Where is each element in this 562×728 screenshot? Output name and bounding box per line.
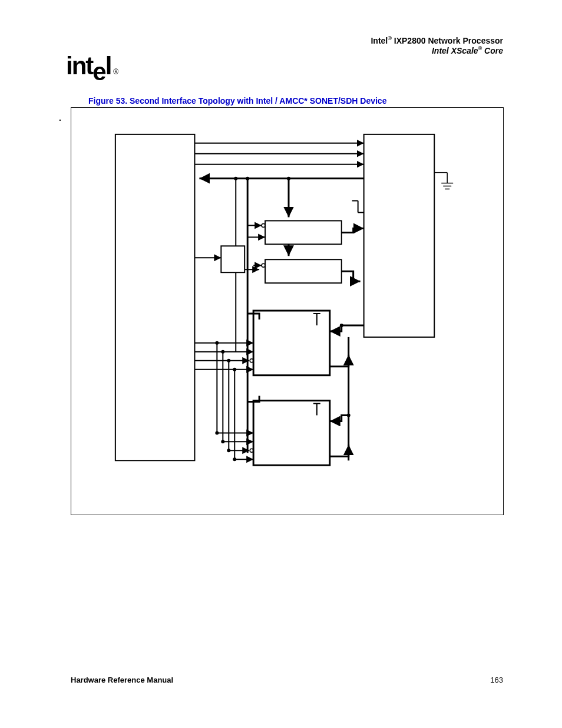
- svg-point-13: [246, 177, 249, 180]
- header-line-2: Intel XScale® Core: [371, 45, 503, 55]
- diagram-frame: [71, 107, 504, 515]
- svg-point-51: [215, 431, 219, 434]
- page-number: 163: [490, 676, 503, 684]
- left-device-block: [115, 134, 195, 460]
- topology-diagram: [71, 108, 503, 515]
- svg-point-41: [347, 413, 351, 417]
- small-buffer-block: [221, 246, 244, 272]
- ground-icon: [434, 173, 453, 189]
- svg-point-53: [227, 449, 230, 452]
- upper-mux-block: [265, 220, 342, 244]
- header-core: Core: [482, 45, 503, 55]
- registered-mark: ®: [388, 35, 392, 41]
- right-device-block: [364, 134, 435, 337]
- svg-point-52: [221, 440, 224, 443]
- footer-title: Hardware Reference Manual: [71, 676, 173, 684]
- bullet: .: [59, 113, 61, 123]
- svg-point-28: [340, 324, 343, 327]
- figure-caption: Figure 53. Second Interface Topology wit…: [88, 96, 386, 106]
- header-product: IXP2800 Network Processor: [392, 36, 503, 45]
- svg-point-22: [287, 177, 290, 180]
- lower-mux-block: [265, 259, 342, 283]
- header-line-1: Intel® IXP2800 Network Processor: [371, 35, 503, 45]
- page-header: Intel® IXP2800 Network Processor Intel X…: [371, 35, 503, 55]
- svg-point-15: [234, 177, 237, 180]
- svg-point-54: [233, 457, 236, 461]
- header-subproduct: Intel XScale: [432, 45, 478, 55]
- interface-block-2: [253, 401, 330, 466]
- header-brand: Intel: [371, 36, 388, 45]
- intel-logo: intel®: [66, 52, 117, 80]
- interface-block-1: [253, 311, 330, 375]
